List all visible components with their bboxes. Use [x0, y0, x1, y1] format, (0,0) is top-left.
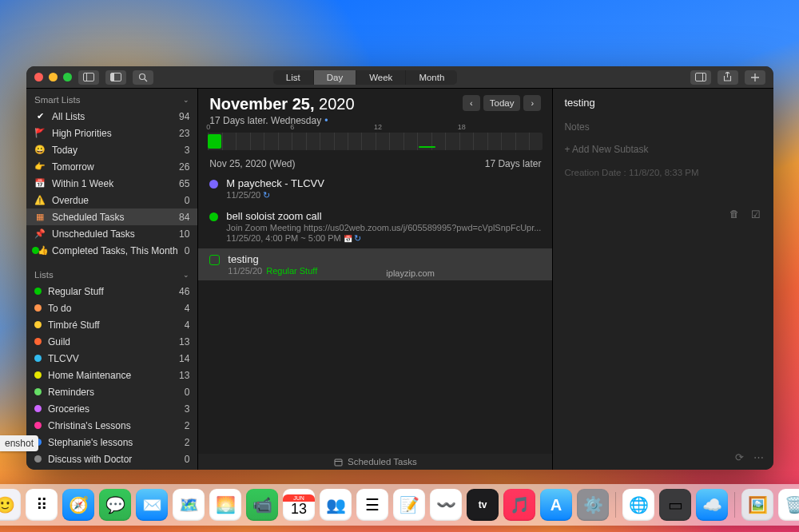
main-panel: November 25, 2020 ‹ Today › 17 Days late…: [198, 89, 553, 470]
list-color-dot: [34, 371, 42, 379]
sidebar-item-label: Reminders: [48, 387, 178, 398]
prev-button[interactable]: ‹: [463, 95, 480, 111]
dock-photos[interactable]: 🌅: [209, 489, 241, 521]
dock: 🙂⠿🧭💬✉️🗺️🌅📹JUN13👥☰📝〰️tv🎵A⚙️🌐▭☁️🖼️🗑️: [0, 484, 799, 526]
delete-icon[interactable]: 🗑: [729, 208, 740, 220]
dock-app2[interactable]: ▭: [659, 489, 691, 521]
list-color-dot: [34, 338, 42, 345]
more-icon[interactable]: ⋯: [753, 451, 764, 463]
date-nav: ‹ Today ›: [463, 95, 542, 111]
sidebar-item-guild[interactable]: Guild13: [26, 333, 197, 350]
sidebar-item-to-do[interactable]: To do4: [26, 300, 197, 316]
zoom-icon[interactable]: [63, 73, 72, 81]
dock-trash[interactable]: 🗑️: [778, 489, 799, 521]
dock-launchpad[interactable]: ⠿: [26, 489, 58, 521]
sidebar-item-label: Today: [52, 145, 178, 156]
list-color-dot: [34, 388, 42, 395]
dock-weather[interactable]: ☁️: [696, 489, 728, 521]
dock-downloads[interactable]: 🖼️: [741, 489, 773, 521]
sidebar-item-timbr-stuff[interactable]: Timbré Stuff4: [26, 316, 197, 333]
dock-music[interactable]: 🎵: [503, 489, 535, 521]
smart-list-icon: ⚠️: [34, 195, 46, 206]
dock-reminders[interactable]: ☰: [356, 489, 388, 521]
dock-settings[interactable]: ⚙️: [577, 489, 609, 521]
timeline[interactable]: 061218: [208, 133, 543, 150]
checkbox-icon[interactable]: ☑: [751, 208, 761, 220]
sidebar-item-label: Overdue: [52, 195, 178, 206]
svg-point-4: [140, 73, 145, 79]
sidebar-item-label: To do: [48, 303, 178, 314]
list-color-dot: [34, 355, 42, 362]
view-segment-month[interactable]: Month: [406, 70, 457, 85]
sidebar-item-today[interactable]: 😀Today3: [26, 141, 197, 158]
view-segment-list[interactable]: List: [273, 70, 314, 85]
dock-messages[interactable]: 💬: [99, 489, 131, 521]
sidebar-item-within-1-week[interactable]: 📅Within 1 Week65: [26, 175, 197, 192]
sidebar-item-overdue[interactable]: ⚠️Overdue0: [26, 192, 197, 208]
detail-title[interactable]: testing: [553, 89, 773, 117]
dock-chrome[interactable]: 🌐: [622, 489, 654, 521]
dock-maps[interactable]: 🗺️: [173, 489, 205, 521]
dock-facetime[interactable]: 📹: [246, 489, 278, 521]
sidebar-footer: ⚑ ▢ 🗑 › ✲: [26, 467, 197, 470]
sidebar-item-discuss-with-doctor[interactable]: Discuss with Doctor0: [26, 451, 197, 467]
sidebar-item-scheduled-tasks[interactable]: ▦Scheduled Tasks84: [26, 208, 197, 225]
sidebar-item-count: 13: [179, 370, 189, 381]
sidebar-item-groceries[interactable]: Groceries3: [26, 400, 197, 417]
date-bold: November 25,: [209, 95, 314, 113]
task-checkbox[interactable]: [209, 255, 220, 265]
task-title: bell soloist zoom call: [226, 210, 541, 222]
dock-appstore[interactable]: A: [540, 489, 572, 521]
sidebar-item-christina-s-lessons[interactable]: Christina's Lessons2: [26, 417, 197, 434]
sidebar-item-home-maintenance[interactable]: Home Maintenance13: [26, 367, 197, 383]
dock-safari[interactable]: 🧭: [62, 489, 94, 521]
sidebar-item-count: 0: [185, 245, 190, 256]
panel-toggle-button[interactable]: [105, 70, 126, 85]
sidebar-item-stephanie-s-lessons[interactable]: Stephanie's lessons2: [26, 434, 197, 451]
task-row[interactable]: testing11/25/20 Regular Stuff: [198, 248, 552, 280]
next-button[interactable]: ›: [523, 95, 541, 111]
smart-lists-header[interactable]: Smart Lists ⌄: [26, 89, 197, 108]
list-color-dot: [34, 304, 42, 312]
today-button[interactable]: Today: [483, 95, 521, 111]
sidebar-item-reminders[interactable]: Reminders0: [26, 383, 197, 400]
sidebar-item-tomorrow[interactable]: 👉Tomorrow26: [26, 158, 197, 175]
close-icon[interactable]: [34, 73, 43, 81]
dock-calendar[interactable]: JUN13: [283, 489, 315, 521]
add-subtask-button[interactable]: + Add New Subtask: [553, 137, 773, 161]
task-subtitle: Join Zoom Meeting https://us02web.zoom.u…: [226, 223, 541, 232]
sidebar-item-tlcvv[interactable]: TLCVV14: [26, 350, 197, 367]
sidebar-item-regular-stuff[interactable]: Regular Stuff46: [26, 283, 197, 300]
share-button[interactable]: [718, 70, 738, 85]
dock-contacts[interactable]: 👥: [320, 489, 352, 521]
detail-toggle-button[interactable]: [690, 70, 711, 85]
dock-app1[interactable]: 〰️: [430, 489, 462, 521]
search-button[interactable]: [133, 70, 153, 85]
dock-notes[interactable]: 📝: [393, 489, 425, 521]
sidebar-item-completed-tasks-this-month[interactable]: 👍Completed Tasks, This Month0: [26, 242, 197, 259]
view-segment-week[interactable]: Week: [356, 70, 406, 85]
task-row[interactable]: M paycheck - TLCVV11/25/20 ↻: [198, 173, 552, 205]
sidebar-item-all-lists[interactable]: ✔All Lists94: [26, 108, 197, 125]
task-row[interactable]: bell soloist zoom callJoin Zoom Meeting …: [198, 205, 552, 248]
task-dot: [209, 212, 218, 221]
view-segment-day[interactable]: Day: [314, 70, 356, 85]
sidebar-item-count: 4: [185, 320, 190, 331]
lists-header[interactable]: Lists ⌄: [26, 264, 197, 283]
add-button[interactable]: [745, 70, 765, 85]
task-subtitle: 11/25/20, 4:00 PM ~ 5:00 PM 📅 ↻: [226, 233, 541, 244]
sidebar-toggle-button[interactable]: [78, 70, 99, 85]
notes-field[interactable]: Notes: [553, 117, 773, 137]
sidebar-icon: [83, 73, 94, 81]
dock-finder[interactable]: 🙂: [0, 489, 21, 521]
sidebar-item-high-priorities[interactable]: 🚩High Priorities23: [26, 125, 197, 141]
sidebar-item-unscheduled-tasks[interactable]: 📌Unscheduled Tasks10: [26, 225, 197, 242]
dock-tv[interactable]: tv: [467, 489, 499, 521]
task-title: testing: [228, 253, 541, 265]
minimize-icon[interactable]: [49, 73, 58, 81]
sidebar-item-label: Tomorrow: [52, 161, 173, 173]
sidebar-item-label: Unscheduled Tasks: [52, 228, 173, 240]
sync-icon[interactable]: ⟳: [735, 451, 744, 463]
sidebar-item-label: Guild: [48, 336, 173, 347]
dock-mail[interactable]: ✉️: [136, 489, 168, 521]
